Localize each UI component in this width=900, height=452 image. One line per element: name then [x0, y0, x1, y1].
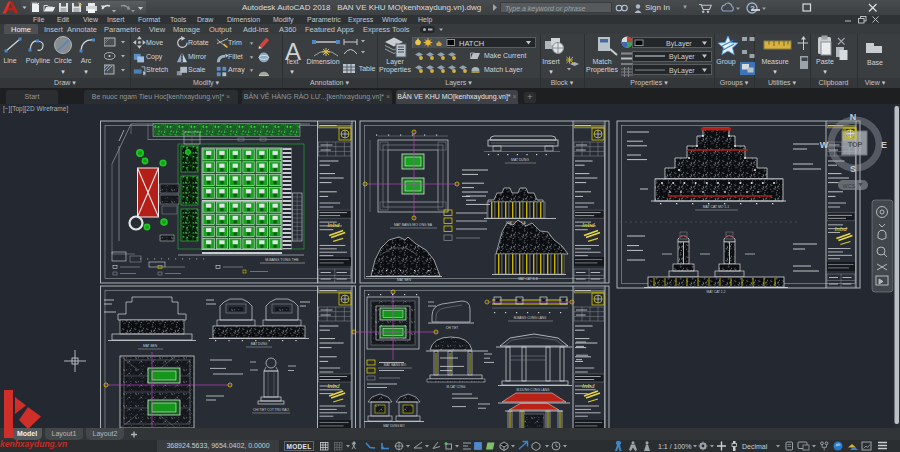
svg-text:E: E [881, 140, 887, 150]
svg-text:kenhxaydung.vn: kenhxaydung.vn [0, 439, 67, 449]
svg-text:lnbd: lnbd [582, 221, 595, 229]
svg-text:MAT CAT B-B: MAT CAT B-B [518, 277, 538, 281]
svg-text:S: S [850, 164, 856, 174]
svg-text:MAT DUNG: MAT DUNG [251, 342, 268, 346]
svg-text:CHI TIET: CHI TIET [446, 326, 459, 330]
svg-text:ByLayer: ByLayer [669, 53, 695, 61]
svg-text:M.CAT CONG: M.CAT CONG [447, 385, 467, 389]
svg-text:HATCH: HATCH [459, 39, 484, 48]
svg-text:M.BANG TONG THE: M.BANG TONG THE [265, 258, 299, 262]
svg-text:N: N [850, 112, 857, 122]
svg-text:lnbd: lnbd [834, 225, 847, 233]
svg-text:MAT BEN: MAT BEN [397, 278, 412, 282]
svg-text:MAT CAT MO 1-1: MAT CAT MO 1-1 [703, 205, 730, 209]
svg-text:MAT DUNG: MAT DUNG [511, 158, 529, 162]
svg-text:ByLayer: ByLayer [669, 66, 695, 74]
svg-text:M.DUNG CONG LANG: M.DUNG CONG LANG [517, 388, 550, 392]
svg-text:MAT BANG MO: MAT BANG MO [384, 363, 407, 367]
svg-text:lnbd: lnbd [582, 382, 595, 390]
svg-text:1:1 / 100%: 1:1 / 100% [658, 443, 691, 450]
svg-text:W: W [820, 140, 829, 150]
svg-text:lnbd: lnbd [327, 382, 340, 390]
svg-text:MAT BEN: MAT BEN [143, 344, 158, 348]
svg-text:TOP: TOP [848, 141, 863, 148]
svg-text:MAT CAT 2-2: MAT CAT 2-2 [707, 290, 726, 294]
svg-text:Decimal: Decimal [742, 443, 768, 450]
svg-text:lnbd: lnbd [327, 221, 340, 229]
svg-text:WCS: WCS [843, 183, 856, 189]
svg-text:CHI TIET COT TRU RAO: CHI TIET COT TRU RAO [253, 408, 289, 412]
svg-text:ByLayer: ByLayer [666, 39, 692, 47]
svg-text:MAT BANG MO ONG BA: MAT BANG MO ONG BA [394, 223, 433, 227]
svg-text:M.BANG CONG LANG: M.BANG CONG LANG [514, 316, 547, 320]
